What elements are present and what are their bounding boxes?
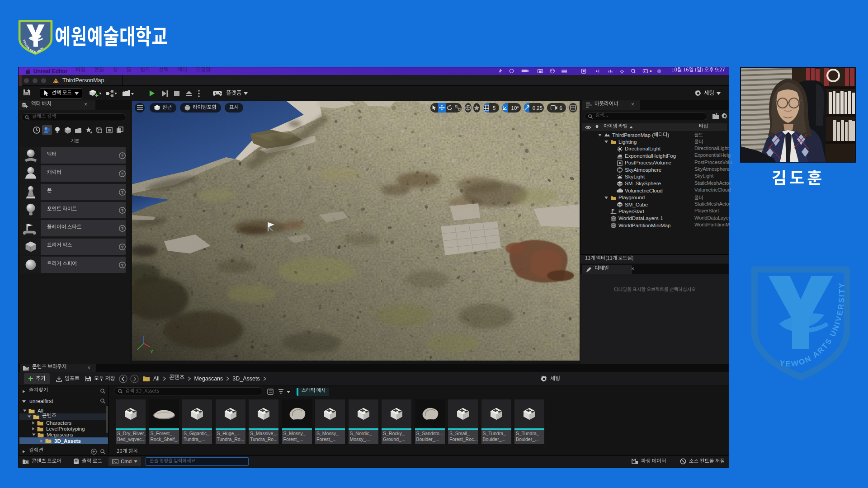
svg-text:?: ? <box>121 171 124 176</box>
svg-text:?: ? <box>121 153 124 158</box>
svg-text:?: ? <box>121 226 124 231</box>
svg-text:Y: Y <box>150 349 154 354</box>
svg-text:?: ? <box>121 208 124 213</box>
svg-text:?: ? <box>121 244 124 249</box>
svg-text:?: ? <box>121 189 124 194</box>
svg-text:?: ? <box>121 263 124 267</box>
